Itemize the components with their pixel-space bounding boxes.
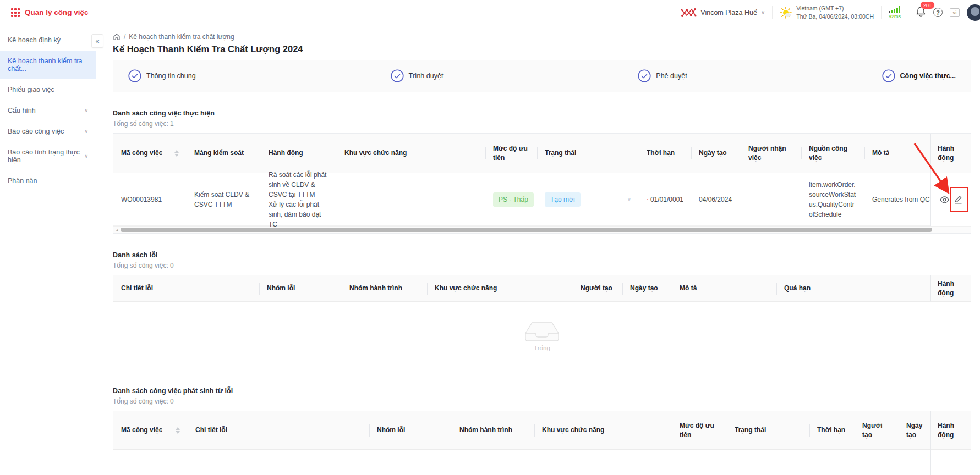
page-title: Kế Hoạch Thanh Kiểm Tra Chất Lượng 2024	[113, 44, 971, 54]
sidebar-item[interactable]: Kế hoạch thanh kiểm tra chất...	[0, 51, 96, 79]
column-header: Nhóm lỗi	[369, 411, 452, 449]
sidebar-item[interactable]: Phiếu giao việc	[0, 79, 96, 100]
column-header: Nguồn công việc	[801, 134, 864, 173]
column-header[interactable]: Mã công việc	[113, 134, 187, 173]
column-header-label: Trạng thái	[545, 148, 576, 157]
column-header: Mô tả	[864, 134, 932, 173]
column-header[interactable]: Mã công việc	[113, 411, 188, 449]
errors-table-header: Chi tiết lỗiNhóm lỗiNhóm hành trìnhKhu v…	[113, 275, 971, 302]
divider	[881, 6, 882, 19]
home-icon[interactable]	[113, 33, 121, 41]
timezone-label: Vietnam (GMT +7)	[796, 4, 874, 12]
column-header: Trạng thái	[727, 411, 809, 449]
question-icon: ?	[936, 9, 940, 16]
table-row[interactable]: WO00013981 Kiểm soát CLDV & CSVC TTTM Rà…	[113, 173, 971, 226]
section-title-work-items: Danh sách công việc thực hiện	[113, 109, 971, 117]
step[interactable]: Trình duyệt	[391, 69, 444, 82]
cell-control-area: Kiểm soát CLDV & CSVC TTTM	[187, 184, 261, 215]
cell-deadline: 01/01/0001	[639, 189, 691, 210]
derived-work-table-body	[113, 450, 971, 475]
column-header-label: Nhóm lỗi	[377, 426, 405, 434]
cell-work-code: WO00013981	[113, 189, 187, 210]
column-header: Mức độ ưu tiên	[672, 411, 727, 449]
check-circle-icon	[638, 69, 651, 82]
cell-functional-area	[337, 194, 485, 205]
column-header-label: Nguồn công việc	[809, 144, 857, 162]
column-header-label: Mô tả	[680, 284, 697, 292]
cell-action-text: Rà soát các lỗi phát sinh về CLDV & CSVC…	[261, 164, 337, 235]
pinned-action-column: Hành động	[930, 275, 971, 302]
sidebar-item-label: Phiếu giao việc	[8, 86, 54, 93]
step[interactable]: Phê duyệt	[638, 69, 687, 82]
work-items-table-header: Mã công việcMảng kiểm soátHành độngKhu v…	[113, 134, 971, 173]
column-header: Khu vực chức năng	[534, 411, 672, 449]
section-subtitle-derived-work: Tổng số công việc: 0	[113, 397, 971, 405]
view-button[interactable]	[940, 196, 949, 203]
column-header-label: Mô tả	[872, 148, 889, 157]
top-bar: Quản lý công việc Vincom Plaza Huế ∨	[0, 0, 980, 25]
section-title-derived-work: Danh sách công việc phát sinh từ lỗi	[113, 387, 971, 395]
pinned-action-column: Hành động	[930, 411, 971, 475]
column-header-label: Hành động	[269, 148, 303, 157]
sidebar-item[interactable]: Kế hoạch định kỳ	[0, 30, 96, 51]
column-header-label: Trạng thái	[735, 426, 766, 434]
divider	[908, 6, 908, 19]
chevron-down-icon[interactable]: ∨	[627, 195, 631, 203]
inbox-icon	[525, 319, 559, 341]
breadcrumb: / Kế hoạch thanh kiểm tra chất lượng	[113, 33, 971, 41]
sidebar-item[interactable]: Cấu hình∨	[0, 100, 96, 121]
section-subtitle-errors: Tổng số công việc: 0	[113, 262, 971, 269]
step[interactable]: Công việc thực...	[882, 69, 956, 82]
sidebar-item[interactable]: Báo cáo công việc∨	[0, 121, 96, 142]
sidebar-collapse-button[interactable]: «	[91, 34, 103, 48]
column-header-label: Nhóm hành trình	[349, 284, 402, 292]
site-picker[interactable]: Vincom Plaza Huế ∨	[680, 7, 765, 19]
column-header-label: Mảng kiểm soát	[194, 148, 244, 157]
scroll-left-icon[interactable]: ◂	[113, 227, 121, 234]
column-header-label: Người tạo	[581, 284, 612, 292]
step-connector	[451, 76, 630, 76]
sidebar-item[interactable]: Báo cáo tình trạng thực hiện∨	[0, 142, 96, 170]
site-name: Vincom Plaza Huế	[700, 9, 757, 16]
section-subtitle-work-items: Tổng số công việc: 1	[113, 120, 971, 128]
sort-icon[interactable]	[172, 427, 180, 434]
main-content: / Kế hoạch thanh kiểm tra chất lượng Kế …	[96, 25, 980, 475]
app-title: Quản lý công việc	[25, 8, 89, 16]
horizontal-scrollbar[interactable]: ◂	[113, 226, 971, 233]
breadcrumb-current[interactable]: Kế hoạch thanh kiểm tra chất lượng	[129, 33, 234, 41]
sidebar-item-label: Báo cáo công việc	[8, 128, 64, 135]
sidebar-item[interactable]: Phàn nàn	[0, 170, 96, 191]
column-header: Mảng kiểm soát	[187, 134, 261, 173]
edit-button[interactable]	[954, 195, 962, 204]
column-header: Thời hạn	[809, 411, 855, 449]
app-grid-menu-icon[interactable]	[11, 8, 20, 17]
step-label: Thông tin chung	[146, 72, 196, 80]
sort-icon[interactable]	[171, 150, 179, 157]
scrollbar-thumb[interactable]	[121, 228, 932, 232]
column-header-label: Thời hạn	[647, 148, 675, 157]
column-header: Ngày tạo	[691, 134, 741, 173]
column-header-label: Ngày tạo	[699, 148, 727, 157]
breadcrumb-separator: /	[124, 33, 125, 41]
clock-icon	[647, 196, 648, 203]
column-header-label: Chi tiết lỗi	[121, 284, 153, 292]
user-avatar[interactable]	[967, 4, 980, 21]
sidebar-item-label: Phàn nàn	[8, 177, 37, 185]
weather-datetime: Vietnam (GMT +7) Thứ Ba, 04/06/2024, 03:…	[780, 4, 874, 20]
help-button[interactable]: ?	[933, 8, 943, 17]
divider	[772, 6, 773, 19]
notifications-button[interactable]: 20+	[916, 6, 926, 19]
sidebar-item-label: Báo cáo tình trạng thực hiện	[8, 148, 84, 164]
datetime-label: Thứ Ba, 04/06/2024, 03:00CH	[796, 13, 874, 20]
row-actions	[931, 173, 971, 226]
column-header: Quá hạn	[776, 275, 932, 301]
sidebar-item-label: Kế hoạch thanh kiểm tra chất...	[8, 57, 88, 73]
chevron-down-icon: ∨	[84, 153, 88, 159]
cell-source: item.workOrder.sourceWorkStatus.QualityC…	[801, 174, 864, 225]
column-header: Người tạo	[855, 411, 899, 449]
language-selector[interactable]: vi	[950, 8, 960, 17]
step-label: Trình duyệt	[409, 72, 444, 80]
pinned-action-column: Hành động	[930, 134, 971, 226]
column-header: Khu vực chức năng	[427, 275, 573, 301]
step[interactable]: Thông tin chung	[128, 69, 196, 82]
